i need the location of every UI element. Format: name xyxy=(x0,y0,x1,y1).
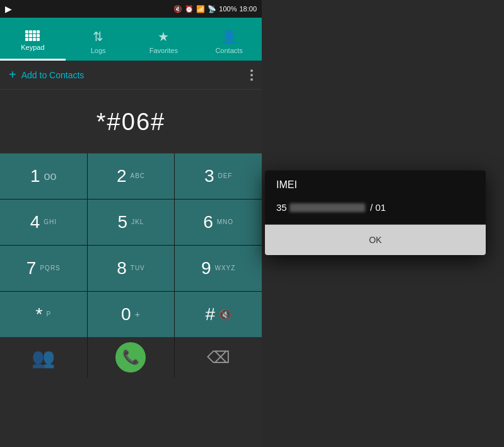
tab-contacts[interactable]: 👤 Contacts xyxy=(196,18,262,61)
phone-screen: ▶ 🔇 ⏰ 📶 📡 100% 18:00 Keypad ⇅ Logs ★ Fav xyxy=(0,0,262,447)
imei-dialog: IMEI 35 / 01 OK xyxy=(265,170,486,255)
key-9[interactable]: 9 WXYZ xyxy=(175,246,262,291)
status-left: ▶ xyxy=(5,4,12,14)
more-options-button[interactable] xyxy=(250,69,253,81)
plus-icon: + xyxy=(9,68,16,82)
tab-favorites-label: Favorites xyxy=(149,47,178,54)
call-button[interactable]: 📞 xyxy=(88,337,175,378)
logs-icon: ⇅ xyxy=(93,29,103,44)
battery-text: 100% xyxy=(219,5,237,13)
tab-keypad-label: Keypad xyxy=(21,44,44,51)
key-4[interactable]: 4 GHI xyxy=(0,200,87,245)
key-7[interactable]: 7 PQRS xyxy=(0,246,87,291)
key-1[interactable]: 1 oo xyxy=(0,153,87,199)
key-hash[interactable]: # 🔇 xyxy=(175,292,262,337)
key-6[interactable]: 6 MNO xyxy=(175,200,262,245)
key-5[interactable]: 5 JKL xyxy=(88,200,175,245)
tab-keypad[interactable]: Keypad xyxy=(0,18,66,61)
keypad-grid: 1 oo 2 ABC 3 DEF 4 GHI 5 JKL xyxy=(0,153,262,337)
key-0[interactable]: 0 + xyxy=(88,292,175,337)
imei-actions: OK xyxy=(265,225,486,255)
imei-prefix: 35 xyxy=(276,202,287,213)
mute-icon: 🔇 xyxy=(173,5,182,13)
key-8[interactable]: 8 TUV xyxy=(88,246,175,291)
backspace-button[interactable]: ⌫ xyxy=(175,337,262,378)
more-dot-2 xyxy=(250,74,253,76)
keypad-icon xyxy=(25,30,40,41)
action-bar: + Add to Contacts xyxy=(0,61,262,90)
favorites-icon: ★ xyxy=(158,29,169,44)
imei-ok-button[interactable]: OK xyxy=(344,230,407,250)
status-bar: ▶ 🔇 ⏰ 📶 📡 100% 18:00 xyxy=(0,0,262,18)
alarm-icon: ⏰ xyxy=(185,5,194,13)
tab-contacts-label: Contacts xyxy=(215,47,242,54)
bottom-bar: 👥 📞 ⌫ xyxy=(0,337,262,378)
contacts-add-button[interactable]: 👥 xyxy=(0,337,87,378)
call-icon: 📞 xyxy=(115,342,146,372)
backspace-icon: ⌫ xyxy=(207,348,230,367)
add-to-contacts-button[interactable]: + Add to Contacts xyxy=(9,68,250,82)
imei-suffix: / 01 xyxy=(370,202,386,213)
imei-blurred-number xyxy=(290,203,365,212)
time-display: 18:00 xyxy=(239,5,257,13)
imei-title: IMEI xyxy=(265,170,486,197)
key-2[interactable]: 2 ABC xyxy=(88,153,175,199)
tab-logs[interactable]: ⇅ Logs xyxy=(66,18,131,61)
tab-logs-label: Logs xyxy=(91,47,106,54)
wifi-icon: 📶 xyxy=(196,5,205,13)
key-3[interactable]: 3 DEF xyxy=(175,153,262,199)
tab-bar: Keypad ⇅ Logs ★ Favorites 👤 Contacts xyxy=(0,18,262,61)
status-right: 🔇 ⏰ 📶 📡 100% 18:00 xyxy=(173,5,257,13)
contacts-add-icon: 👥 xyxy=(32,347,55,369)
dialed-number-display: *#06# xyxy=(0,90,262,148)
add-to-contacts-label: Add to Contacts xyxy=(21,70,85,80)
app-icon: ▶ xyxy=(5,4,12,14)
contacts-icon: 👤 xyxy=(221,29,237,44)
tab-favorites[interactable]: ★ Favorites xyxy=(131,18,197,61)
more-dot-3 xyxy=(250,78,253,81)
more-dot-1 xyxy=(250,69,253,72)
signal-icon: 📡 xyxy=(208,5,216,13)
key-star[interactable]: * P xyxy=(0,292,87,337)
imei-content: 35 / 01 xyxy=(265,197,486,224)
